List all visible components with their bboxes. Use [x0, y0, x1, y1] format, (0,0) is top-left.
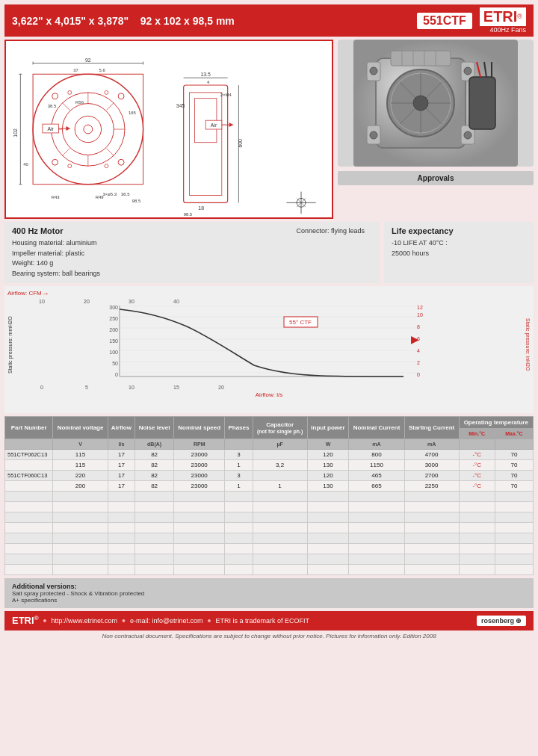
- svg-text:6: 6: [417, 336, 420, 341]
- table-row: 551CTF062C13 115 17 82 23000 3 120 800 4…: [5, 450, 534, 460]
- table-row-empty: [5, 492, 534, 502]
- svg-point-75: [464, 67, 471, 75]
- footer-brand-sup: ®: [34, 615, 39, 622]
- table-row-empty: [5, 512, 534, 523]
- additional-versions-box: Additional versions: Salt spray protecte…: [4, 578, 534, 608]
- table-row-empty: [5, 523, 534, 533]
- cell-w: 130: [307, 481, 349, 492]
- cell-cap: [253, 450, 307, 460]
- subheader-uf: µF: [253, 439, 307, 450]
- svg-text:200: 200: [109, 327, 118, 332]
- cell-w: 120: [307, 471, 349, 481]
- svg-text:R43: R43: [52, 195, 61, 199]
- table-row: 551CTF060C13 220 17 82 23000 3 120 465 2…: [5, 471, 534, 481]
- col-temp-min: Min.°C: [459, 429, 495, 439]
- svg-text:13.5: 13.5: [200, 72, 211, 77]
- ls-tick-5: 5: [64, 385, 109, 390]
- imperial-dims: 3,622" x 4,015" x 3,878": [12, 15, 129, 27]
- ls-tick-15: 15: [154, 385, 199, 390]
- footer-sep-3: •: [208, 615, 211, 627]
- cell-ma-start: 2250: [404, 481, 459, 492]
- additional-detail-2: A+ specifications: [12, 597, 526, 604]
- ls-tick-10: 10: [109, 385, 154, 390]
- y2-axis-label: Static pressure: inH2O: [520, 306, 531, 384]
- svg-point-74: [370, 131, 377, 139]
- svg-text:50: 50: [112, 361, 118, 366]
- cell-phases: 3: [225, 471, 253, 481]
- ls-tick-0: 0: [19, 385, 64, 390]
- cfm-tick-40: 40: [154, 299, 199, 304]
- cell-cap: 3,2: [253, 460, 307, 471]
- performance-chart-section: Airflow: CFM → 10 20 30 40 Static pressu…: [4, 286, 534, 413]
- cell-v: 220: [53, 471, 108, 481]
- header-right: 551CTF ETRI® 400Hz Fans: [417, 7, 526, 34]
- brand-sup: ®: [517, 13, 522, 20]
- y-axis-label: Static pressure: mmH2O: [7, 306, 18, 384]
- motor-info-box: 400 Hz Motor Housing material: aluminium…: [4, 222, 380, 283]
- model-badge: 551CTF: [417, 13, 472, 29]
- cell-max-temp: 70: [495, 450, 533, 460]
- subheader-min-temp: [459, 439, 495, 450]
- col-starting-current: Starting Current: [404, 417, 459, 439]
- subheader-rpm: RPM: [174, 439, 225, 450]
- cell-rpm: 23000: [174, 450, 225, 460]
- cell-min-temp: -°C: [459, 481, 495, 492]
- additional-title: Additional versions:: [12, 583, 526, 590]
- subheader-v: V: [53, 439, 108, 450]
- svg-point-73: [370, 67, 377, 75]
- svg-text:98.5: 98.5: [184, 212, 193, 217]
- footer-brand-text: ETRI: [12, 616, 34, 627]
- chart-svg: 0 50 100 150 200 250 300 55° CTF: [18, 306, 520, 384]
- svg-text:10: 10: [417, 312, 423, 317]
- col-temp-max: Max.°C: [495, 429, 533, 439]
- arrow-right: →: [42, 289, 49, 297]
- cfm-tick-10: 10: [19, 299, 64, 304]
- subheader-max-temp: [495, 439, 533, 450]
- col-nominal-current: Nominal Current: [349, 417, 404, 439]
- table-row-empty: [5, 544, 534, 554]
- cell-ma-nom: 465: [349, 471, 404, 481]
- cell-dba: 82: [135, 450, 174, 460]
- footer-email-label: e-mail: info@etrinet.com: [130, 617, 203, 625]
- cell-min-temp: -°C: [459, 450, 495, 460]
- cell-ma-nom: 800: [349, 450, 404, 460]
- cell-v: 115: [53, 450, 108, 460]
- svg-text:Air: Air: [47, 126, 54, 131]
- ls-tick-20: 20: [199, 385, 244, 390]
- svg-rect-88: [391, 51, 451, 66]
- cell-ls: 17: [108, 460, 134, 471]
- rosenberg-text: rosenberg: [481, 617, 514, 625]
- motor-title: 400 Hz Motor: [12, 226, 100, 235]
- footer-email: info@etrinet.com: [152, 617, 202, 625]
- technical-drawing: Air 92 102 37 5.6 38.5 40 R43 R49 3×ø5.3: [4, 40, 333, 219]
- col-phases: Phases: [225, 417, 253, 439]
- svg-text:8: 8: [417, 324, 420, 329]
- brand-subtitle: 400Hz Fans: [489, 26, 526, 34]
- svg-text:37: 37: [73, 68, 78, 72]
- svg-text:0: 0: [115, 372, 118, 377]
- svg-point-76: [464, 131, 471, 139]
- footer-main: ETRI® • http://www.etrinet.com • e-mail:…: [4, 611, 534, 630]
- svg-text:165: 165: [129, 111, 137, 115]
- footer-brand: ETRI®: [12, 615, 39, 626]
- footer-trademark: ETRI is a trademark of ECOFIT: [215, 617, 309, 625]
- cell-phases: 1: [225, 460, 253, 471]
- life-expectancy-box: Life expectancy -10 LIFE AT 40°C : 25000…: [384, 222, 534, 283]
- cell-pn: 551CTF062C13: [5, 450, 53, 460]
- approvals-box: Approvals: [338, 171, 534, 185]
- cell-ma-start: 3000: [404, 460, 459, 471]
- approvals-label: Approvals: [418, 174, 454, 182]
- svg-text:150: 150: [109, 338, 118, 344]
- subheader-w: W: [307, 439, 349, 450]
- svg-text:98.5: 98.5: [132, 199, 141, 203]
- connector-label: Connector: flying leads: [296, 226, 365, 237]
- svg-text:0: 0: [417, 372, 420, 377]
- col-input-power: Input power: [307, 417, 349, 439]
- col-speed: Nominal speed: [174, 417, 225, 439]
- cell-ls: 17: [108, 481, 134, 492]
- cell-dba: 82: [135, 481, 174, 492]
- cell-v: 200: [53, 481, 108, 492]
- svg-text:18: 18: [198, 205, 204, 211]
- cell-ma-nom: 665: [349, 481, 404, 492]
- info-row: 400 Hz Motor Housing material: aluminium…: [4, 222, 534, 283]
